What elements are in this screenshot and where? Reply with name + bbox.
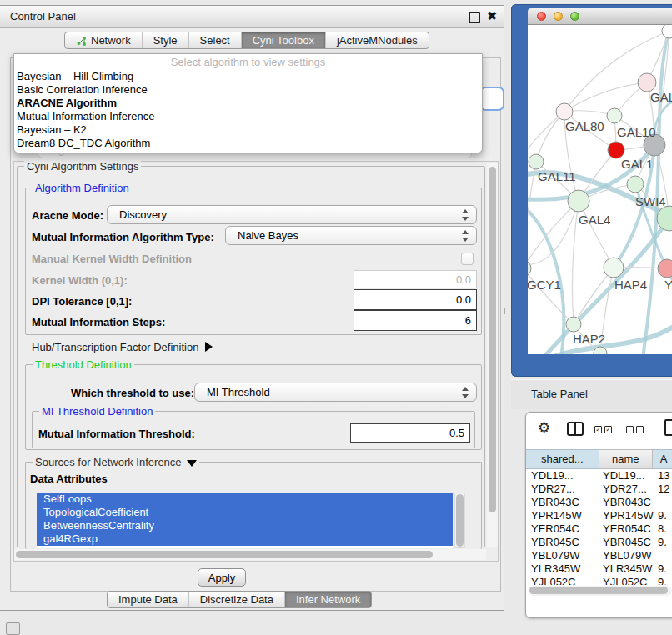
scrollbar-thumb[interactable] [16,551,433,558]
sources-toggle[interactable]: Sources for Network Inference [33,456,199,468]
algorithm-option[interactable]: Mutual Information Inference [14,110,482,123]
mi-threshold-label: Mutual Information Threshold: [38,428,195,440]
tab-style[interactable]: Style [143,32,189,48]
node-label: HAP2 [573,332,605,346]
attribute-list-item[interactable]: SelfLoops [37,492,453,506]
algorithm-option[interactable]: Dream8 DC_TDC Algorithm [14,137,482,150]
table-row[interactable]: YDL19...YDL19...13 [526,469,672,482]
select-all-checkbox-icon[interactable]: ✓ [594,426,602,433]
aracne-mode-combobox[interactable]: Discovery [107,205,477,224]
combobox-value: Naive Bayes [238,229,298,242]
export-table-icon[interactable] [664,419,672,436]
table-row[interactable]: YPR145WYPR145W9. [526,509,672,522]
tab-jactivemnodules[interactable]: jActiveMNodules [326,32,429,48]
data-attributes-list[interactable]: SelfLoopsTopologicalCoefficientBetweenne… [37,492,453,548]
tab-discretize-data[interactable]: Discretize Data [189,592,285,608]
close-icon[interactable]: ✖ [487,9,497,22]
network-tab-icon [76,36,87,46]
algorithm-option[interactable]: Bayesian – Hill Climbing [14,70,482,83]
minimize-traffic-light-icon[interactable] [554,12,563,21]
panel-divider-handle[interactable] [504,308,509,314]
algorithm-option[interactable]: Basic Correlation Inference [14,83,482,97]
column-layout-icon[interactable] [567,422,584,436]
table-cell: 9. [658,509,672,522]
node-label: GCY1 [528,278,561,292]
network-node-swi4[interactable] [627,176,644,192]
attribute-list-item[interactable]: gal4RGexp [37,532,453,546]
network-node-gal10[interactable] [607,108,622,123]
scrollbar-thumb[interactable] [489,167,496,512]
tab-network[interactable]: Network [65,32,143,48]
table-cell: 9. [658,576,672,585]
table-row[interactable]: YBR043CYBR043C [526,496,672,509]
list-vertical-scrollbar[interactable] [454,492,465,548]
table-row[interactable]: YBR045CYBR045C9. [526,536,672,549]
combobox-value: Discovery [119,208,167,221]
settings-horizontal-scrollbar[interactable] [14,549,486,560]
algorithm-option[interactable]: Bayesian – K2 [14,123,482,137]
scrollbar-thumb[interactable] [456,494,464,547]
hub-definition-toggle[interactable]: Hub/Transcription Factor Definition [32,341,213,353]
network-node-gal[interactable] [638,73,656,92]
chevron-down-icon [187,460,197,467]
table-row[interactable]: YDR27...YDR27...12 [526,482,672,496]
table-row[interactable]: YJL052CYJL052C9. [526,576,672,585]
tab-select[interactable]: Select [189,32,242,48]
network-node-gal11[interactable] [529,154,544,169]
which-threshold-combobox[interactable]: MI Threshold [194,382,477,402]
network-node-gal1[interactable] [608,142,624,158]
mi-algorithm-type-combobox[interactable]: Naive Bayes [225,226,477,245]
zoom-traffic-light-icon[interactable] [570,12,579,21]
group-title: MI Threshold Definition [39,405,155,418]
apply-button[interactable]: Apply [198,568,246,587]
network-window-titlebar[interactable] [528,8,672,25]
dpi-tolerance-field[interactable]: 0.0 [354,289,477,310]
tab-label: Network [91,34,131,47]
scrollbar-thumb[interactable] [529,587,668,594]
tab-impute-data[interactable]: Impute Data [108,592,189,608]
network-node-hap2[interactable] [566,317,581,332]
collapsed-panel-button[interactable] [6,622,20,635]
network-node-gal4[interactable] [568,190,589,212]
table-cell: YLR345W [603,562,654,576]
algorithm-combobox-fragment[interactable] [479,87,504,111]
select-all-checkbox-icon-2[interactable]: ✓ [604,426,612,433]
network-node-gcy1[interactable] [528,260,531,277]
column-header-3[interactable]: A [653,449,672,469]
mi-steps-label: Mutual Information Steps: [32,316,165,328]
table-horizontal-scrollbar[interactable] [529,586,672,596]
attribute-list-item[interactable]: BetweennessCentrality [37,519,453,532]
manual-kernel-width-checkbox[interactable] [461,252,474,265]
table-row[interactable]: YBL079WYBL079W [526,549,672,562]
float-window-icon[interactable] [469,12,480,23]
table-cell: YLR345W [531,562,599,576]
mi-threshold-field[interactable]: 0.5 [350,423,470,442]
table-cell: YBL079W [603,549,654,562]
table-cell: YBR045C [603,536,654,549]
algorithm-option[interactable]: ARACNE Algorithm [14,97,482,110]
algorithm-dropdown-popup: Select algorithm to view settings Bayesi… [13,53,483,153]
gear-icon[interactable]: ⚙ [538,419,550,437]
close-traffic-light-icon[interactable] [537,12,546,21]
deselect-all-checkbox-icon-2[interactable] [636,426,644,433]
network-node-y[interactable] [658,259,672,278]
table-panel-title: Table Panel [531,388,588,400]
column-header-2[interactable]: name [599,449,654,469]
algorithm-dropdown-prompt: Select algorithm to view settings [14,54,482,70]
network-node-hap4[interactable] [604,258,624,278]
network-view-canvas[interactable]: GALGAL80GAL10GAL1GAL11SWI4GAL4GCY1HAP4YH… [528,25,672,354]
table-cell: 8. [658,522,672,536]
kernel-width-field[interactable]: 0.0 [354,270,477,288]
table-row[interactable]: YER054CYER054C8. [526,522,672,536]
deselect-all-checkbox-icon[interactable] [626,426,634,433]
table-row[interactable]: YLR345WYLR345W9. [526,562,672,576]
attribute-list-item[interactable]: TopologicalCoefficient [37,506,453,519]
network-node[interactable] [662,25,672,38]
settings-vertical-scrollbar[interactable] [487,162,498,547]
tab-infer-network[interactable]: Infer Network [285,592,371,608]
screen: { "control_panel": { "title": "Control P… [0,0,672,635]
tab-cyni-toolbox[interactable]: Cyni Toolbox [242,32,326,48]
column-header-1[interactable]: shared... [526,449,599,469]
mi-steps-field[interactable]: 6 [354,310,477,331]
network-node-gal80[interactable] [556,103,573,120]
